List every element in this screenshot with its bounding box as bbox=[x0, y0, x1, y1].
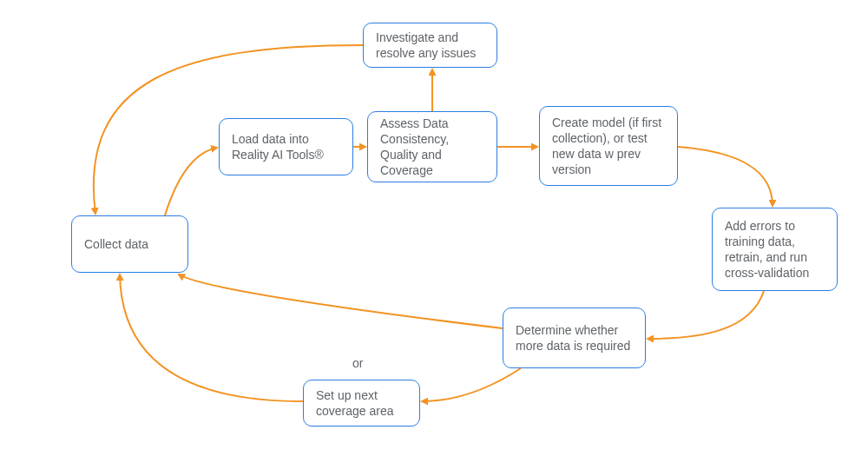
node-determine-text: Determine whether more data is required bbox=[516, 322, 633, 354]
edge-determine-setup bbox=[422, 368, 521, 401]
node-setup: Set up next coverage area bbox=[303, 380, 420, 427]
label-or-text: or bbox=[352, 356, 363, 370]
node-create: Create model (if first collection), or t… bbox=[539, 106, 678, 186]
node-create-text: Create model (if first collection), or t… bbox=[552, 115, 665, 178]
node-load-text: Load data into Reality AI Tools® bbox=[232, 131, 340, 162]
node-determine: Determine whether more data is required bbox=[503, 308, 646, 368]
edge-create-adderrors bbox=[678, 147, 773, 206]
node-investigate: Investigate and resolve any issues bbox=[363, 23, 497, 68]
node-collect: Collect data bbox=[71, 215, 188, 273]
node-investigate-text: Investigate and resolve any issues bbox=[376, 30, 484, 61]
edge-adderrors-determine bbox=[648, 291, 764, 339]
node-adderrors: Add errors to training data, retrain, an… bbox=[712, 208, 838, 291]
node-assess-text: Assess Data Consistency, Quality and Cov… bbox=[380, 116, 484, 179]
label-or: or bbox=[352, 356, 363, 370]
node-setup-text: Set up next coverage area bbox=[316, 387, 407, 419]
node-adderrors-text: Add errors to training data, retrain, an… bbox=[725, 218, 825, 281]
edge-determine-collect bbox=[179, 274, 503, 328]
edge-setup-collect bbox=[120, 274, 303, 401]
edge-collect-load bbox=[165, 148, 217, 215]
node-load: Load data into Reality AI Tools® bbox=[219, 118, 353, 175]
node-collect-text: Collect data bbox=[84, 236, 148, 252]
node-assess: Assess Data Consistency, Quality and Cov… bbox=[367, 111, 497, 182]
